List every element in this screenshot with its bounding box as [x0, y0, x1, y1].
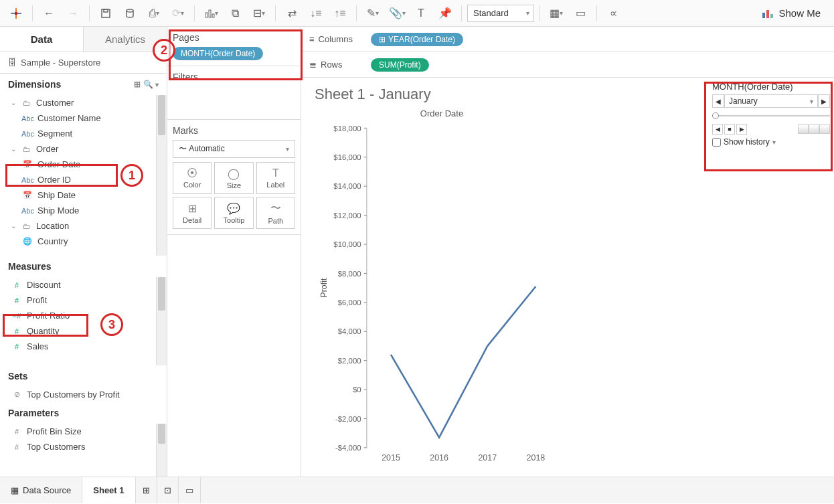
dims-scrollbar[interactable]: [156, 95, 167, 256]
param-top-customers[interactable]: #Top Customers: [0, 439, 156, 454]
duplicate-icon[interactable]: ⧉: [224, 4, 246, 23]
pin-icon[interactable]: 📌: [434, 4, 456, 23]
field-ship-date[interactable]: 📅Ship Date: [0, 187, 156, 203]
pages-pill[interactable]: MONTH(Order Date): [173, 47, 263, 60]
mark-path[interactable]: 〜Path: [256, 197, 295, 229]
filters-shelf[interactable]: Filters: [167, 66, 301, 120]
filters-shelf-title: Filters: [173, 72, 295, 82]
columns-shelf[interactable]: ≡Columns ⊞YEAR(Order Date): [301, 27, 834, 52]
field-profit-ratio[interactable]: =#Profit Ratio: [0, 308, 156, 323]
new-dashboard-button[interactable]: ⊡: [157, 477, 179, 503]
back-icon[interactable]: ←: [38, 4, 60, 23]
tab-analytics[interactable]: Analytics: [83, 27, 167, 52]
sort-asc-icon[interactable]: ↓≡: [305, 4, 327, 23]
field-country[interactable]: 🌐Country: [0, 234, 156, 249]
highlight-icon[interactable]: ✎▾: [362, 4, 384, 23]
svg-text:$0: $0: [353, 386, 361, 394]
svg-text:Profit: Profit: [319, 278, 329, 298]
new-datasource-icon[interactable]: [119, 4, 141, 23]
mark-size[interactable]: ◯Size: [214, 162, 253, 194]
search-icon[interactable]: 🔍: [143, 80, 153, 89]
page-next-button[interactable]: ▶: [818, 94, 830, 108]
field-order-id[interactable]: AbcOrder ID: [0, 172, 156, 187]
labels-icon[interactable]: T: [410, 4, 432, 23]
sheet-title[interactable]: Sheet 1 - January: [315, 86, 569, 103]
presentation-icon[interactable]: ▭: [570, 4, 591, 23]
refresh-icon[interactable]: ⟳▾: [167, 4, 189, 23]
new-story-button[interactable]: ▭: [179, 477, 201, 503]
tab-sheet1[interactable]: Sheet 1: [82, 477, 135, 503]
tab-data[interactable]: Data: [0, 27, 83, 52]
field-profit[interactable]: #Profit: [0, 292, 156, 308]
svg-text:$8,000: $8,000: [338, 270, 361, 278]
field-quantity[interactable]: #Quantity: [0, 323, 156, 339]
play-stop-button[interactable]: ■: [724, 124, 735, 135]
folder-customer[interactable]: ⌄🗀Customer: [0, 95, 156, 110]
swap-icon[interactable]: ⇄: [281, 4, 303, 23]
page-value-select[interactable]: January▾: [724, 94, 818, 108]
svg-rect-9: [209, 10, 211, 17]
play-forward-button[interactable]: ▶: [736, 124, 747, 135]
field-discount[interactable]: #Discount: [0, 277, 156, 292]
clear-icon[interactable]: ⊟▾: [248, 4, 270, 23]
marks-title: Marks: [173, 125, 295, 136]
chart-canvas[interactable]: -$4,000-$2,000$0$2,000$4,000$6,000$8,000…: [315, 121, 569, 469]
svg-rect-2: [17, 13, 21, 14]
pages-shelf[interactable]: Pages MONTH(Order Date): [167, 27, 301, 66]
top-toolbar: ← → ⎙▾ ⟳▾ ▾ ⧉ ⊟▾ ⇄ ↓≡ ↑≡ ✎▾ 📎▾ T 📌 Stand…: [0, 0, 834, 27]
rows-icon: ≣: [309, 60, 317, 70]
field-top-customers-set[interactable]: ⊘Top Customers by Profit: [0, 387, 167, 402]
folder-order[interactable]: ⌄🗀Order: [0, 141, 156, 157]
svg-rect-10: [212, 14, 214, 17]
field-ship-mode[interactable]: AbcShip Mode: [0, 203, 156, 218]
svg-rect-3: [15, 15, 17, 19]
new-worksheet-icon[interactable]: ▾: [200, 4, 222, 23]
svg-text:$18,000: $18,000: [333, 124, 361, 133]
speed-buttons[interactable]: [798, 124, 830, 134]
svg-text:-$4,000: -$4,000: [335, 444, 361, 452]
field-customer-name[interactable]: AbcCustomer Name: [0, 110, 156, 126]
datasource-icon: 🗄: [8, 58, 17, 68]
shelves-column: Pages MONTH(Order Date) Filters Marks 〜 …: [167, 27, 301, 477]
dimensions-header: Dimensions⊞ 🔍 ▾: [0, 74, 167, 95]
share-icon[interactable]: ∝: [602, 4, 624, 23]
params-scrollbar[interactable]: [156, 424, 167, 477]
tableau-logo-icon[interactable]: [5, 4, 27, 23]
meas-scrollbar[interactable]: [156, 277, 167, 365]
autosave-icon[interactable]: ⎙▾: [143, 4, 165, 23]
mark-tooltip[interactable]: 💬Tooltip: [214, 197, 253, 229]
svg-text:2018: 2018: [527, 453, 546, 463]
rows-pill[interactable]: SUM(Profit): [371, 58, 429, 72]
view-icon[interactable]: ⊞: [134, 80, 141, 89]
columns-pill[interactable]: ⊞YEAR(Order Date): [371, 33, 463, 46]
param-profit-bin[interactable]: #Profit Bin Size: [0, 424, 156, 439]
field-order-date[interactable]: 📅Order Date: [0, 157, 156, 172]
chart-axis-title: Order Date: [315, 108, 569, 118]
forward-icon[interactable]: →: [62, 4, 84, 23]
new-sheet-button[interactable]: ⊞: [136, 477, 157, 503]
rows-shelf[interactable]: ≣Rows SUM(Profit): [301, 52, 834, 78]
show-history-checkbox[interactable]: [712, 138, 721, 147]
group-icon[interactable]: 📎▾: [386, 4, 408, 23]
datasource-row[interactable]: 🗄Sample - Superstore: [0, 52, 167, 74]
svg-rect-13: [770, 14, 773, 18]
marks-type-select[interactable]: 〜 Automatic▾: [173, 140, 295, 158]
tab-data-source[interactable]: ▦Data Source: [0, 477, 82, 503]
field-sales[interactable]: #Sales: [0, 339, 156, 354]
fit-select[interactable]: Standard▾: [467, 5, 534, 22]
mark-detail[interactable]: ⊞Detail: [173, 197, 212, 229]
show-me-button[interactable]: Show Me: [754, 7, 829, 19]
mark-color[interactable]: ⦿Color: [173, 162, 212, 194]
folder-location[interactable]: ⌄🗀Location: [0, 218, 156, 234]
svg-text:-$2,000: -$2,000: [335, 415, 361, 423]
svg-text:2017: 2017: [478, 453, 497, 463]
field-segment[interactable]: AbcSegment: [0, 126, 156, 141]
play-back-button[interactable]: ◀: [712, 124, 723, 135]
save-icon[interactable]: [95, 4, 116, 23]
sort-desc-icon[interactable]: ↑≡: [329, 4, 351, 23]
page-prev-button[interactable]: ◀: [712, 94, 724, 108]
page-slider[interactable]: [712, 110, 830, 121]
mark-label[interactable]: TLabel: [256, 162, 295, 194]
svg-text:$6,000: $6,000: [338, 299, 361, 307]
cards-icon[interactable]: ▦▾: [546, 4, 567, 23]
